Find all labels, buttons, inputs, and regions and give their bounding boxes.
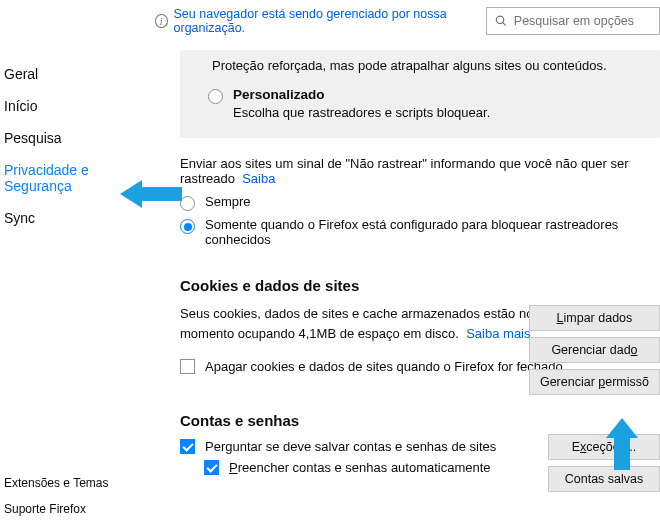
checkbox-ask-save[interactable] bbox=[180, 439, 195, 454]
logins-heading: Contas e senhas bbox=[180, 412, 660, 429]
checkbox-clear-on-close-label: Apagar cookies e dados de sites quando o… bbox=[205, 359, 563, 374]
managed-notice-link[interactable]: Seu navegador está sendo gerenciado por … bbox=[174, 7, 479, 35]
manage-permissions-button[interactable]: Gerenciar permissõ bbox=[529, 369, 660, 395]
radio-dnt-known[interactable] bbox=[180, 219, 195, 234]
radio-dnt-always[interactable] bbox=[180, 196, 195, 211]
section-logins: Contas e senhas Exceções... Contas salva… bbox=[180, 412, 660, 475]
sidebar-item-sync[interactable]: Sync bbox=[0, 202, 140, 234]
sidebar: Geral Início Pesquisa Privacidade e Segu… bbox=[0, 58, 140, 234]
search-icon bbox=[495, 14, 507, 28]
managed-notice: i Seu navegador está sendo gerenciado po… bbox=[155, 7, 478, 35]
checkbox-ask-save-label: Perguntar se deve salvar contas e senhas… bbox=[205, 439, 496, 454]
sidebar-bottom: Extensões e Temas Suporte Firefox bbox=[0, 470, 140, 522]
radio-custom[interactable] bbox=[208, 89, 223, 104]
svg-marker-0 bbox=[120, 180, 182, 208]
info-icon: i bbox=[155, 14, 168, 28]
manage-data-button[interactable]: Gerenciar dado bbox=[529, 337, 660, 363]
sidebar-item-extensions[interactable]: Extensões e Temas bbox=[0, 470, 140, 496]
prev-option-desc: Proteção reforçada, mas pode atrapalhar … bbox=[212, 58, 632, 73]
radio-dnt-known-label: Somente quando o Firefox está configurad… bbox=[205, 217, 618, 247]
sidebar-item-privacy[interactable]: Privacidade e Segurança bbox=[0, 154, 140, 202]
annotation-arrow-privacy bbox=[120, 176, 182, 212]
clear-data-button[interactable]: LLimpar dadosimpar dados bbox=[529, 305, 660, 331]
dnt-learn-link[interactable]: Saiba bbox=[242, 171, 275, 186]
checkbox-autofill[interactable] bbox=[204, 460, 219, 475]
cookies-learn-link[interactable]: Saiba mais bbox=[466, 326, 530, 341]
dnt-description: Enviar aos sites um sinal de "Não rastre… bbox=[180, 156, 660, 186]
sidebar-item-search[interactable]: Pesquisa bbox=[0, 122, 140, 154]
cookies-desc: Seus cookies, dados de sites e cache arm… bbox=[180, 304, 540, 343]
sidebar-item-home[interactable]: Início bbox=[0, 90, 140, 122]
content-area: Proteção reforçada, mas pode atrapalhar … bbox=[180, 50, 660, 528]
cookies-heading: Cookies e dados de sites bbox=[180, 277, 660, 294]
search-input[interactable] bbox=[514, 14, 651, 28]
svg-marker-1 bbox=[606, 418, 638, 470]
sidebar-item-support[interactable]: Suporte Firefox bbox=[0, 496, 140, 522]
radio-custom-title: Personalizado bbox=[233, 87, 632, 102]
search-input-wrap[interactable] bbox=[486, 7, 660, 35]
protection-level-banner: Proteção reforçada, mas pode atrapalhar … bbox=[180, 50, 660, 138]
checkbox-clear-on-close[interactable] bbox=[180, 359, 195, 374]
radio-dnt-always-label: Sempre bbox=[205, 194, 251, 209]
sidebar-item-general[interactable]: Geral bbox=[0, 58, 140, 90]
section-cookies: Cookies e dados de sites Seus cookies, d… bbox=[180, 277, 660, 374]
annotation-arrow-permissions bbox=[604, 418, 640, 470]
radio-custom-desc: Escolha que rastreadores e scripts bloqu… bbox=[233, 105, 632, 120]
checkbox-autofill-label: Preencher contas e senhas automaticament… bbox=[229, 460, 491, 475]
